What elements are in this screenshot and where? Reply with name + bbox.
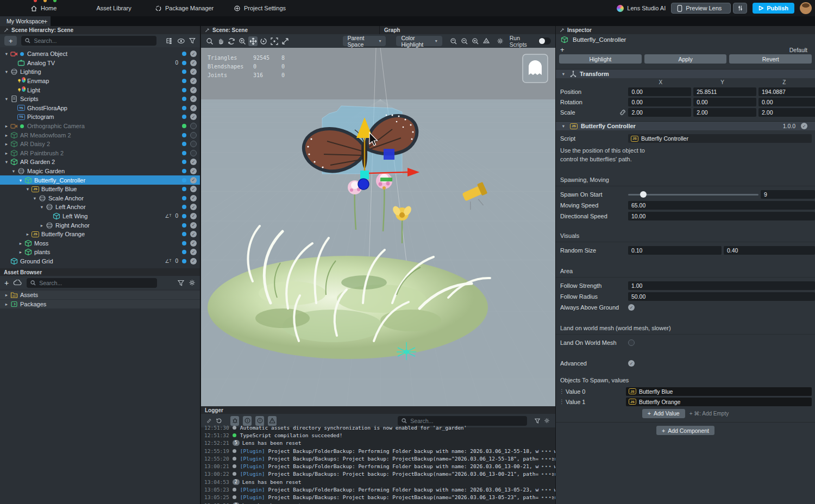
tree-item-left-wing[interactable]: Left Wing∠T0✓ <box>0 212 200 221</box>
spawn-on-start-slider[interactable] <box>628 190 758 199</box>
tree-item-plants[interactable]: ▸plants✓ <box>0 248 200 257</box>
zoom-tool[interactable] <box>237 36 247 46</box>
lens-studio-ai-button[interactable]: Lens Studio AI <box>617 0 666 16</box>
pan-tool[interactable] <box>216 36 225 46</box>
log-entry[interactable]: 13:00:22[Plugin]Project Backup/Backups: … <box>201 470 555 478</box>
visibility-dot[interactable] <box>182 259 186 263</box>
log-entry[interactable]: 13:05:23[Plugin]Project Backup/FolderBac… <box>201 486 555 493</box>
transform-section-header[interactable]: ▾ Transform <box>556 69 815 78</box>
tree-item-moss[interactable]: ▸Moss✓ <box>0 238 200 248</box>
asset-item-assets[interactable]: ▸Assets <box>0 291 200 300</box>
position-y-field[interactable]: 25.8511 <box>693 87 756 96</box>
publish-button[interactable]: Publish <box>753 3 794 14</box>
follow-radius-field[interactable]: 50.00 <box>628 292 815 301</box>
log-overflow-ellipsis[interactable]: ••• <box>539 494 552 500</box>
value-0-field[interactable]: JS Butterfly Blue <box>626 387 812 396</box>
always-above-ground-checkbox[interactable]: ✓ <box>628 304 635 311</box>
mesh-debug-icon[interactable] <box>481 36 491 46</box>
advanced-checkbox[interactable]: ✓ <box>628 360 635 367</box>
visibility-dot[interactable] <box>182 106 186 110</box>
chevron-down-icon[interactable]: ▾ <box>17 178 24 183</box>
tree-item-light[interactable]: Light✓ <box>0 85 200 94</box>
menu-asset-library[interactable]: Asset Library <box>87 0 131 16</box>
visibility-dot[interactable] <box>182 160 186 164</box>
asset-search-input[interactable]: Search... <box>27 278 157 288</box>
land-on-world-mesh-checkbox[interactable] <box>628 339 635 346</box>
rotation-z-field[interactable]: 0.00 <box>758 98 815 106</box>
tree-item-camera-object[interactable]: ▾Camera Object✓ <box>0 49 200 59</box>
tree-item-ar-paintbrush-2[interactable]: ▸AR Paintbrush 2 <box>0 149 200 158</box>
visibility-dot[interactable] <box>182 169 186 173</box>
scene-viewport[interactable]: Triangles925458Blendshapes00Joints3160 <box>201 48 555 406</box>
chevron-right-icon[interactable]: ▸ <box>17 249 24 255</box>
enabled-checkbox[interactable] <box>190 141 197 147</box>
scale-x-field[interactable]: 2.00 <box>628 108 691 117</box>
component-enabled-checkbox[interactable]: ✓ <box>801 123 807 129</box>
visibility-dot[interactable] <box>182 151 186 155</box>
visibility-dot[interactable] <box>182 142 186 146</box>
menu-project-settings[interactable]: Project Settings <box>234 0 286 16</box>
visibility-dot[interactable] <box>182 61 186 65</box>
visibility-dot[interactable] <box>182 133 186 137</box>
menu-home[interactable]: Home <box>30 0 57 16</box>
log-entry[interactable]: 12:51:32TypeScript compilation succeeded… <box>201 431 555 439</box>
cloud-icon[interactable] <box>13 280 22 286</box>
tree-item-envmap[interactable]: Envmap✓ <box>0 77 200 86</box>
tree-item-magic-garden[interactable]: ▾Magic Garden✓ <box>0 167 200 176</box>
visibility-dot[interactable] <box>182 97 186 101</box>
add-asset-button[interactable]: + <box>4 279 9 287</box>
chevron-right-icon[interactable]: ▸ <box>3 301 10 307</box>
chevron-right-icon[interactable]: ▸ <box>3 150 10 156</box>
chevron-down-icon[interactable]: ▾ <box>10 168 17 174</box>
visibility-dot[interactable] <box>182 52 186 56</box>
value-1-field[interactable]: JS Butterfly Orange <box>626 398 812 406</box>
chevron-right-icon[interactable]: ▸ <box>3 141 10 147</box>
visibility-dot[interactable] <box>182 205 186 209</box>
enabled-checkbox[interactable]: ✓ <box>190 78 197 84</box>
directional-speed-field[interactable]: 10.00 <box>628 212 815 220</box>
tree-item-ground-grid[interactable]: Ground Grid∠T0✓ <box>0 257 200 266</box>
tree-item-right-anchor[interactable]: ▸Right Anchor✓ <box>0 220 200 230</box>
enabled-checkbox[interactable]: ✓ <box>190 249 197 255</box>
filter-icon[interactable] <box>189 37 196 44</box>
tree-item-ar-daisy-2[interactable]: ▸AR Daisy 2 <box>0 140 200 149</box>
position-x-field[interactable]: 0.00 <box>628 87 691 96</box>
visibility-dot[interactable] <box>182 187 186 191</box>
visibility-dot[interactable] <box>182 115 186 119</box>
orbit-tool[interactable] <box>227 36 236 46</box>
chevron-down-icon[interactable]: ▾ <box>32 196 38 201</box>
menu-package-manager[interactable]: Package Manager <box>155 0 214 16</box>
frame-tool[interactable] <box>270 36 279 46</box>
chevron-down-icon[interactable]: ▾ <box>24 186 31 192</box>
filter-icon[interactable] <box>178 280 184 286</box>
enabled-checkbox[interactable] <box>190 132 197 138</box>
log-overflow-ellipsis[interactable]: ••• <box>539 463 552 469</box>
lens-region-icon[interactable] <box>471 36 480 46</box>
filter-icon[interactable] <box>535 418 540 424</box>
log-overflow-ellipsis[interactable]: ••• <box>539 456 552 462</box>
enabled-checkbox[interactable]: ✓ <box>190 177 197 184</box>
visibility-dot[interactable] <box>182 88 186 92</box>
enabled-checkbox[interactable]: ✓ <box>190 186 197 192</box>
visibility-dot[interactable] <box>182 70 186 74</box>
visibility-dot[interactable] <box>182 250 186 254</box>
tree-item-analog-tv[interactable]: Analog TV0✓ <box>0 59 200 68</box>
visibility-dot[interactable] <box>182 124 186 128</box>
tree-view-icon[interactable] <box>165 37 173 45</box>
tree-item-butterfly-blue[interactable]: ▾JSButterfly Blue✓ <box>0 185 200 194</box>
preview-settings-button[interactable] <box>733 3 747 14</box>
camera-preview-icon[interactable] <box>449 36 459 46</box>
log-entry[interactable]: 13:05:25[Plugin]Project Backup/Backups: … <box>201 494 555 501</box>
tree-item-ar-meadowfoam-2[interactable]: ▸AR Meadowfoam 2 <box>0 130 200 140</box>
rotate-tool[interactable] <box>259 36 268 46</box>
enabled-checkbox[interactable]: ✓ <box>190 96 197 102</box>
highlight-button[interactable]: Highlight <box>559 54 642 64</box>
hierarchy-search-input[interactable]: Search... <box>21 36 156 46</box>
log-list[interactable]: 12:51:30Automatic assets directory synch… <box>201 424 555 504</box>
log-overflow-ellipsis[interactable]: ••• <box>539 487 552 493</box>
tree-item-butterfly-controller[interactable]: ▾Butterfly_Controller✓ <box>0 175 200 185</box>
chevron-down-icon[interactable]: ▾ <box>3 69 10 74</box>
spawn-on-start-field[interactable]: 9 <box>761 190 815 199</box>
script-value-field[interactable]: JS Butterfly Controller <box>628 134 812 143</box>
enabled-checkbox[interactable]: ✓ <box>190 159 197 165</box>
